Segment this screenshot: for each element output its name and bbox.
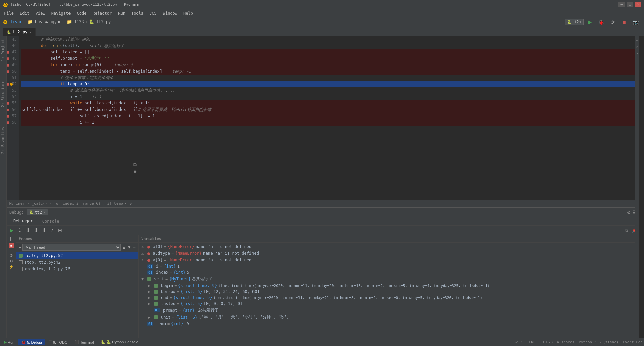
menubar: File Edit View Navigate Code Refactor Ru… <box>0 9 644 17</box>
menu-edit[interactable]: Edit <box>17 10 32 16</box>
line-endings-indicator[interactable]: CRLF <box>529 340 538 344</box>
python-console-icon: 🐍 <box>101 340 105 344</box>
nav-app[interactable]: 🐠 fishc <box>3 19 22 24</box>
frame-item-1[interactable]: stop, tt2.py:42 <box>16 259 138 266</box>
var-name: a[0] <box>153 244 163 249</box>
vtab-structure[interactable]: 2: Structure <box>0 78 6 110</box>
menu-file[interactable]: File <box>1 10 16 16</box>
var-child-lasted[interactable]: ▶ lasted = {list: 5} [0, 0, 0, 17, 0] <box>139 301 639 307</box>
var-child-unit[interactable]: ▶ unit = {list: 6} ['年', '月', '天', '小时',… <box>139 314 639 321</box>
encoding-indicator[interactable]: UTF-8 <box>542 340 553 344</box>
run-bottom-button[interactable]: ▶ Run <box>1 339 17 345</box>
nav-file[interactable]: 🐍 tt2.py <box>89 19 111 24</box>
breadcrumb-text: MyTimer › _calc() › for index in range(6… <box>9 201 132 206</box>
variables-header: Variables <box>139 235 639 243</box>
var-item-a0-2[interactable]: ⚠ ● a[0] = {NameError} name 'a' is not d… <box>139 257 639 263</box>
debug-toolbar: ▶ ⤵ ⬇ ⬇ ⬆ ↗ ⊞ ⧉ 📌 <box>7 226 639 235</box>
expand-self-icon[interactable]: ▼ <box>141 277 146 282</box>
line-gutter: 45 46 47 48 49 5 <box>7 36 19 200</box>
var-item-a0-1[interactable]: ⚠ ● a[0] = {NameError} name 'a' is not d… <box>139 243 639 250</box>
todo-bottom-button[interactable]: ☰ 6: TODO <box>46 339 71 345</box>
nav-sep2: › <box>63 19 65 24</box>
frame-item-0[interactable]: _calc, tt2.py:52 <box>16 252 138 259</box>
var-child-end[interactable]: ▶ end = {struct_time: 9} time.struct_tim… <box>139 295 639 301</box>
close-button[interactable]: ✕ <box>635 2 641 7</box>
bottom-bar: ▶ Run 🐞 5: Debug ☰ 6: TODO ⬛ Terminal 🐍 … <box>0 338 644 346</box>
debugger-tab[interactable]: Debugger <box>9 217 37 225</box>
variables-list: ⚠ ● a[0] = {NameError} name 'a' is not d… <box>139 243 639 338</box>
frame-item-2[interactable]: <module>, tt2.py:76 <box>16 266 138 272</box>
indent-indicator[interactable]: 4 spaces <box>557 340 574 344</box>
debug-bottom-icon: 🐞 <box>21 340 26 344</box>
variables-panel: Variables ⚠ ● a[0] = {NameError} name 'a… <box>139 235 639 338</box>
minimize-button[interactable]: ─ <box>618 2 625 7</box>
stop-button[interactable]: ⏹ <box>619 19 629 26</box>
step-over-button[interactable]: ⤵ <box>16 227 24 234</box>
nav-folder2[interactable]: 📁 1123 <box>67 19 84 24</box>
tab-close-icon[interactable]: ✕ <box>29 30 31 34</box>
restore-layout-button[interactable]: ⧉ <box>623 227 630 234</box>
python-console-button[interactable]: 🐍 🐍 Python Console <box>98 339 141 345</box>
menu-window[interactable]: Window <box>160 10 180 16</box>
stop-button-side[interactable]: ■ <box>9 243 14 248</box>
resume-button[interactable]: ▶ <box>8 227 15 234</box>
pause-button[interactable]: ⏸ <box>9 236 14 241</box>
debug-tab-close[interactable]: ✕ <box>43 210 45 214</box>
vtab-project[interactable]: 1: Project <box>0 36 6 64</box>
editor-tabs: 🐍 tt2.py ✕ <box>0 27 644 36</box>
menu-tools[interactable]: Tools <box>129 10 146 16</box>
var-item-i[interactable]: 01 i = {int} 1 <box>139 263 639 269</box>
vtab-favorites[interactable]: 2: Favorites <box>0 124 6 156</box>
menu-vcs[interactable]: VCS <box>147 10 159 16</box>
profile-button[interactable]: 📷 <box>630 19 641 26</box>
code-lines[interactable]: # 内部方法，计算运行时间 def _calc(self): self: 总共运… <box>19 36 639 200</box>
view-breakpoints-button[interactable]: ⚙ <box>10 259 13 263</box>
run-to-cursor-button[interactable]: ↗ <box>48 227 56 234</box>
python-version-indicator[interactable]: Python 3.6 (fishc) <box>579 340 618 344</box>
menu-view[interactable]: View <box>33 10 48 16</box>
step-out-button[interactable]: ⬆ <box>40 227 48 234</box>
var-child-prompt[interactable]: 01 prompt = {str} '总共运行了' <box>139 307 639 314</box>
var-child-begin[interactable]: ▶ begin = {struct_time: 9} time.struct_t… <box>139 283 639 289</box>
var-value-error: name 'a' is not defined <box>196 244 251 249</box>
debug-run-button[interactable]: 🐞 <box>596 19 607 26</box>
console-tab[interactable]: Console <box>38 217 63 225</box>
structure-icon-3[interactable]: ★ <box>635 50 639 55</box>
structure-icon-2[interactable]: ⚡ <box>635 44 639 49</box>
editor-tab-tt2[interactable]: 🐍 tt2.py ✕ <box>3 28 36 36</box>
var-item-temp[interactable]: 01 temp = {int} -5 <box>139 321 639 327</box>
nav-folder1[interactable]: 📁 bbs_wangyou <box>28 19 62 24</box>
run-config-selector[interactable]: 🐍 tt2 ▼ <box>565 19 584 25</box>
var-item-self[interactable]: ▼ self = {MyTimer} 总共运行了 <box>139 275 639 283</box>
menu-run[interactable]: Run <box>115 10 128 16</box>
terminal-bottom-button[interactable]: ⬛ Terminal <box>72 339 97 345</box>
mute-breakpoints-button[interactable]: ⊘ <box>10 253 13 258</box>
event-log-button[interactable]: Event Log <box>623 340 643 344</box>
step-into-my-code-button[interactable]: ⬇ <box>32 227 40 234</box>
thread-down-button[interactable]: ▼ <box>127 245 131 250</box>
var-child-borrow[interactable]: ▶ borrow = {list: 6} [0, 12, 31, 24, 60,… <box>139 289 639 295</box>
var-item-index[interactable]: 01 index = {int} 5 <box>139 269 639 275</box>
nav-sep3: › <box>85 19 88 24</box>
code-content[interactable]: 45 46 47 48 49 5 <box>7 36 639 200</box>
menu-navigate[interactable]: Navigate <box>49 10 74 16</box>
var-name: a.dtype <box>153 251 170 256</box>
thread-dropdown[interactable]: MainThread <box>22 244 121 251</box>
add-thread-button[interactable]: + <box>133 244 136 250</box>
run-button[interactable]: ▶ <box>585 18 594 26</box>
debug-settings-button[interactable]: ⚙ <box>627 210 631 215</box>
run-bottom-icon: ▶ <box>4 340 7 344</box>
debug-bottom-button[interactable]: 🐞 5: Debug <box>18 339 45 345</box>
structure-icon-1[interactable]: ✏ <box>635 38 639 43</box>
thread-up-button[interactable]: ▲ <box>122 245 126 250</box>
var-item-adtype[interactable]: ⚠ ● a.dtype = {NameError} name 'a' is no… <box>139 250 639 257</box>
frame-label-0: _calc, tt2.py:52 <box>24 253 63 258</box>
maximize-button[interactable]: □ <box>627 2 633 7</box>
menu-refactor[interactable]: Refactor <box>90 10 114 16</box>
step-into-button[interactable]: ⬇ <box>24 227 32 234</box>
coverage-button[interactable]: ⟳ <box>608 19 617 26</box>
get-threads-button[interactable]: ⚡ <box>9 265 14 269</box>
menu-code[interactable]: Code <box>74 10 89 16</box>
menu-help[interactable]: Help <box>181 10 196 16</box>
evaluate-expression-button[interactable]: ⊞ <box>56 227 64 234</box>
